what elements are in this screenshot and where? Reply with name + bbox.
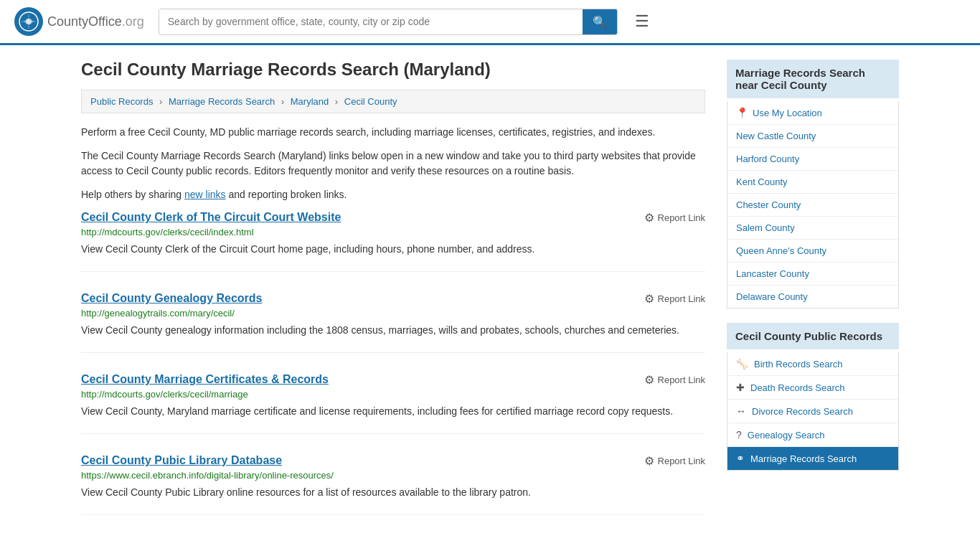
nearby-salem[interactable]: Salem County: [727, 217, 898, 239]
list-item: Harford County: [727, 148, 898, 171]
logo-icon: [14, 7, 43, 36]
search-button[interactable]: 🔍: [583, 9, 617, 34]
nearby-delaware[interactable]: Delaware County: [727, 286, 898, 308]
list-item: ↔ Divorce Records Search: [727, 400, 898, 423]
description-3: Help others by sharing new links and rep…: [81, 187, 705, 202]
public-records-header: Cecil County Public Records: [727, 323, 899, 349]
list-item: 🦴 Birth Records Search: [727, 352, 898, 376]
list-item: ⚭ Marriage Records Search: [727, 447, 898, 470]
death-icon: ✚: [736, 382, 745, 393]
report-icon: ⚙: [644, 292, 654, 306]
nearby-chester[interactable]: Chester County: [727, 194, 898, 216]
result-title[interactable]: Cecil County Genealogy Records: [81, 292, 263, 305]
result-url: http://mdcourts.gov/clerks/cecil/marriag…: [81, 389, 705, 400]
result-url: http://genealogytrails.com/mary/cecil/: [81, 308, 705, 319]
sidebar: Marriage Records Search near Cecil Count…: [727, 60, 899, 535]
content-area: Cecil County Marriage Records Search (Ma…: [81, 60, 705, 535]
result-url: https://www.cecil.ebranch.info/digital-l…: [81, 470, 705, 481]
nearby-section: Marriage Records Search near Cecil Count…: [727, 60, 899, 309]
site-header: CountyOffice.org 🔍 ☰: [0, 0, 980, 45]
birth-icon: 🦴: [736, 358, 748, 369]
nearby-queen-annes[interactable]: Queen Anne's County: [727, 240, 898, 262]
marriage-records-link[interactable]: ⚭ Marriage Records Search: [727, 447, 898, 470]
nearby-list: 📍 Use My Location New Castle County Harf…: [727, 101, 899, 309]
death-records-link[interactable]: ✚ Death Records Search: [727, 376, 898, 399]
menu-icon: ☰: [635, 12, 649, 30]
list-item: 📍 Use My Location: [727, 101, 898, 125]
result-item: Cecil County Genealogy Records ⚙ Report …: [81, 292, 705, 353]
page-title: Cecil County Marriage Records Search (Ma…: [81, 60, 705, 80]
report-link[interactable]: ⚙ Report Link: [644, 454, 705, 468]
report-icon: ⚙: [644, 211, 654, 225]
nearby-harford[interactable]: Harford County: [727, 148, 898, 170]
result-title[interactable]: Cecil County Clerk of The Circuit Court …: [81, 211, 341, 224]
result-desc: View Cecil County genealogy information …: [81, 323, 705, 338]
nearby-header: Marriage Records Search near Cecil Count…: [727, 60, 899, 98]
birth-records-link[interactable]: 🦴 Birth Records Search: [727, 352, 898, 375]
list-item: Kent County: [727, 171, 898, 194]
use-location-link[interactable]: 📍 Use My Location: [727, 101, 898, 124]
logo-text: CountyOffice.org: [47, 14, 144, 29]
description-2: The Cecil County Marriage Records Search…: [81, 149, 705, 179]
list-item: Queen Anne's County: [727, 240, 898, 263]
result-desc: View Cecil County, Maryland marriage cer…: [81, 404, 705, 419]
list-item: Chester County: [727, 194, 898, 217]
list-item: ✚ Death Records Search: [727, 376, 898, 400]
result-item: Cecil County Marriage Certificates & Rec…: [81, 373, 705, 434]
menu-button[interactable]: ☰: [632, 9, 652, 34]
public-records-section: Cecil County Public Records 🦴 Birth Reco…: [727, 323, 899, 471]
nearby-kent[interactable]: Kent County: [727, 171, 898, 193]
result-item: Cecil County Clerk of The Circuit Court …: [81, 211, 705, 272]
list-item: Delaware County: [727, 286, 898, 308]
result-title[interactable]: Cecil County Marriage Certificates & Rec…: [81, 373, 329, 386]
report-icon: ⚙: [644, 373, 654, 387]
list-item: Lancaster County: [727, 263, 898, 286]
search-input[interactable]: [159, 9, 583, 34]
list-item: New Castle County: [727, 125, 898, 148]
breadcrumb-marriage-records[interactable]: Marriage Records Search: [169, 96, 275, 107]
location-icon: 📍: [736, 107, 748, 118]
report-link[interactable]: ⚙ Report Link: [644, 211, 705, 225]
result-desc: View Cecil County Clerk of the Circuit C…: [81, 242, 705, 257]
breadcrumb-maryland[interactable]: Maryland: [291, 96, 329, 107]
marriage-icon: ⚭: [736, 453, 745, 464]
report-link[interactable]: ⚙ Report Link: [644, 292, 705, 306]
description-1: Perform a free Cecil County, MD public m…: [81, 125, 705, 140]
breadcrumb: Public Records › Marriage Records Search…: [81, 90, 705, 113]
search-icon: 🔍: [593, 16, 607, 28]
site-logo[interactable]: CountyOffice.org: [14, 7, 144, 36]
result-title[interactable]: Cecil County Pubic Library Database: [81, 454, 282, 467]
main-container: Cecil County Marriage Records Search (Ma…: [67, 45, 913, 550]
divorce-records-link[interactable]: ↔ Divorce Records Search: [727, 400, 898, 423]
report-link[interactable]: ⚙ Report Link: [644, 373, 705, 387]
search-bar: 🔍: [159, 9, 618, 35]
nearby-lancaster[interactable]: Lancaster County: [727, 263, 898, 285]
breadcrumb-public-records[interactable]: Public Records: [90, 96, 153, 107]
result-item: Cecil County Pubic Library Database ⚙ Re…: [81, 454, 705, 515]
breadcrumb-cecil-county[interactable]: Cecil County: [344, 96, 397, 107]
new-links[interactable]: new links: [184, 189, 226, 200]
public-records-list: 🦴 Birth Records Search ✚ Death Records S…: [727, 352, 899, 471]
genealogy-search-link[interactable]: ? Genealogy Search: [727, 423, 898, 446]
result-url: http://mdcourts.gov/clerks/cecil/index.h…: [81, 227, 705, 237]
nearby-new-castle[interactable]: New Castle County: [727, 125, 898, 147]
result-desc: View Cecil County Pubic Library online r…: [81, 485, 705, 500]
genealogy-icon: ?: [736, 429, 742, 441]
report-icon: ⚙: [644, 454, 654, 468]
list-item: Salem County: [727, 217, 898, 240]
list-item: ? Genealogy Search: [727, 423, 898, 447]
divorce-icon: ↔: [736, 405, 746, 417]
